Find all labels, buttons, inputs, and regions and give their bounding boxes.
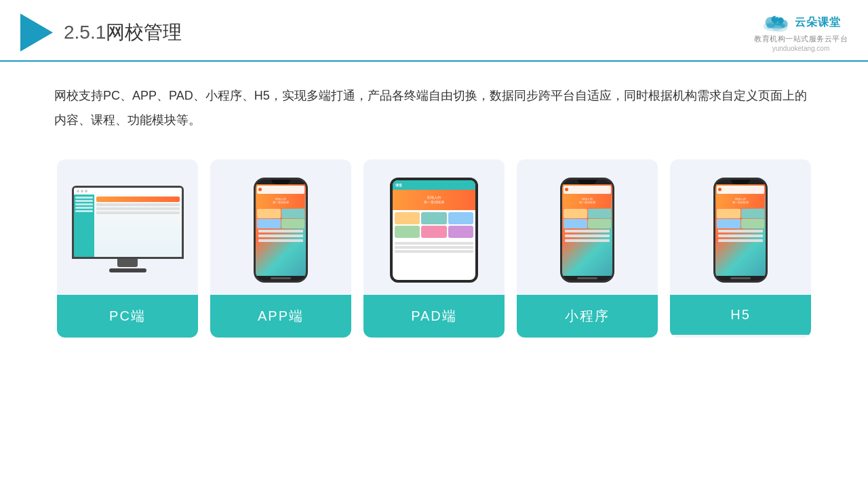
svg-point-6	[771, 16, 778, 22]
card-h5: 职场人的第一堂训练课 H5	[670, 159, 811, 338]
phone-notch	[271, 180, 290, 184]
card-miniapp: 职场人的第一堂训练课 小程序	[517, 159, 658, 338]
page-title: 2.5.1网校管理	[64, 20, 182, 45]
header-left: 2.5.1网校管理	[20, 14, 182, 52]
svg-rect-5	[767, 23, 785, 28]
card-label-app: APP端	[210, 295, 351, 338]
tablet-screen: 课堂 职场人的第一堂训练课	[393, 180, 475, 280]
card-pad: 课堂 职场人的第一堂训练课	[363, 159, 505, 338]
logo-slogan: 教育机构一站式服务云平台	[754, 34, 848, 44]
logo-url: yunduoketang.com	[772, 45, 830, 52]
card-image-miniapp: 职场人的第一堂训练课	[517, 159, 658, 295]
phone-screen: 职场人的第一堂训练课	[256, 184, 306, 276]
phone-screen-h5: 职场人的第一堂训练课	[715, 184, 766, 276]
cloud-icon	[761, 12, 791, 33]
logo-text: 云朵课堂	[795, 16, 841, 30]
logo-cloud: 云朵课堂	[761, 12, 841, 33]
phone-mockup-app: 职场人的第一堂训练课	[254, 178, 308, 283]
cards-container: PC端 职场人的第一堂训练课	[0, 146, 868, 338]
pc-monitor	[70, 186, 185, 274]
card-image-app: 职场人的第一堂训练课	[210, 159, 351, 295]
phone-mockup-miniapp: 职场人的第一堂训练课	[560, 178, 614, 283]
logo-area: 云朵课堂 教育机构一站式服务云平台 yunduoketang.com	[754, 12, 848, 52]
svg-point-7	[778, 18, 784, 24]
card-label-h5: H5	[670, 295, 811, 335]
tablet-mockup: 课堂 职场人的第一堂训练课	[390, 178, 478, 283]
card-image-pad: 课堂 职场人的第一堂训练课	[363, 159, 505, 295]
card-image-pc	[57, 159, 198, 295]
card-label-miniapp: 小程序	[517, 295, 658, 338]
description-text: 网校支持PC、APP、PAD、小程序、H5，实现多端打通，产品各终端自由切换，数…	[0, 62, 868, 146]
phone-screen-mini: 职场人的第一堂训练课	[562, 184, 612, 276]
phone-notch-mini	[578, 180, 597, 184]
card-image-h5: 职场人的第一堂训练课	[670, 159, 811, 295]
card-label-pad: PAD端	[363, 295, 505, 338]
play-icon	[20, 14, 53, 52]
header: 2.5.1网校管理 云朵课堂 教育机构一站式服务云平台 yunduoketang…	[0, 0, 868, 62]
card-pc: PC端	[57, 159, 198, 338]
phone-notch-h5	[731, 180, 750, 184]
card-app: 职场人的第一堂训练课 APP端	[210, 159, 351, 338]
card-label-pc: PC端	[57, 295, 198, 338]
phone-mockup-h5: 职场人的第一堂训练课	[713, 178, 768, 283]
